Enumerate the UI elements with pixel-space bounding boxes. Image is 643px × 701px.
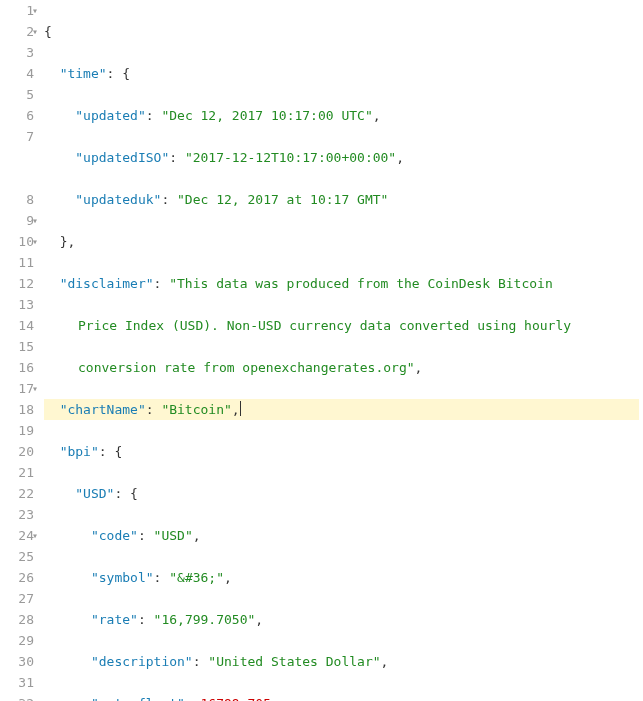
code-area[interactable]: { "time": { "updated": "Dec 12, 2017 10:… (40, 0, 643, 701)
gutter-line: 1▾ (0, 0, 34, 21)
gutter-line: 20 (0, 441, 34, 462)
code-line: "code": "USD", (44, 525, 639, 546)
line-number: 15 (14, 336, 34, 357)
line-number: 6 (14, 105, 34, 126)
line-number: 12 (14, 273, 34, 294)
gutter-line: 24▾ (0, 525, 34, 546)
gutter-line: 4 (0, 63, 34, 84)
line-number: 19 (14, 420, 34, 441)
gutter-line: 10▾ (0, 231, 34, 252)
line-number: 13 (14, 294, 34, 315)
line-number: 22 (14, 483, 34, 504)
code-line: { (44, 21, 639, 42)
gutter-line: 16 (0, 357, 34, 378)
fold-toggle-icon[interactable]: ▾ (32, 21, 38, 42)
code-line: "disclaimer": "This data was produced fr… (44, 273, 639, 294)
line-number: 30 (14, 651, 34, 672)
gutter-line (0, 168, 34, 189)
line-number: 18 (14, 399, 34, 420)
gutter-line: 19 (0, 420, 34, 441)
gutter-line: 23 (0, 504, 34, 525)
fold-toggle-icon[interactable]: ▾ (32, 231, 38, 252)
line-number: 4 (14, 63, 34, 84)
text-cursor (240, 401, 241, 416)
line-number: 26 (14, 567, 34, 588)
gutter-line: 15 (0, 336, 34, 357)
code-line-wrap: conversion rate from openexchangerates.o… (44, 357, 639, 378)
code-line: "updateduk": "Dec 12, 2017 at 10:17 GMT" (44, 189, 639, 210)
line-number-gutter: 1▾2▾3456789▾10▾11121314151617▾1819202122… (0, 0, 40, 701)
gutter-line: 3 (0, 42, 34, 63)
line-number: 16 (14, 357, 34, 378)
gutter-line: 2▾ (0, 21, 34, 42)
line-number: 7 (14, 126, 34, 147)
code-line: "time": { (44, 63, 639, 84)
gutter-line: 31 (0, 672, 34, 693)
line-number: 27 (14, 588, 34, 609)
line-number: 32 (14, 693, 34, 701)
gutter-line: 13 (0, 294, 34, 315)
gutter-line: 8 (0, 189, 34, 210)
gutter-line: 22 (0, 483, 34, 504)
line-number: 23 (14, 504, 34, 525)
code-line: "rate_float": 16799.705 (44, 693, 639, 701)
line-number: 21 (14, 462, 34, 483)
code-line: "rate": "16,799.7050", (44, 609, 639, 630)
line-number: 14 (14, 315, 34, 336)
fold-toggle-icon[interactable]: ▾ (32, 0, 38, 21)
gutter-line: 25 (0, 546, 34, 567)
code-line: "USD": { (44, 483, 639, 504)
gutter-line: 29 (0, 630, 34, 651)
line-number: 8 (14, 189, 34, 210)
code-line-active: "chartName": "Bitcoin", (44, 399, 639, 420)
line-number: 11 (14, 252, 34, 273)
gutter-line (0, 147, 34, 168)
gutter-line: 5 (0, 84, 34, 105)
gutter-line: 21 (0, 462, 34, 483)
code-line: "updatedISO": "2017-12-12T10:17:00+00:00… (44, 147, 639, 168)
gutter-line: 12 (0, 273, 34, 294)
gutter-line: 6 (0, 105, 34, 126)
line-number: 20 (14, 441, 34, 462)
fold-toggle-icon[interactable]: ▾ (32, 378, 38, 399)
line-number: 5 (14, 84, 34, 105)
code-line: "bpi": { (44, 441, 639, 462)
gutter-line: 26 (0, 567, 34, 588)
gutter-line: 11 (0, 252, 34, 273)
line-number: 29 (14, 630, 34, 651)
fold-toggle-icon[interactable]: ▾ (32, 525, 38, 546)
fold-toggle-icon[interactable]: ▾ (32, 210, 38, 231)
code-line-wrap: Price Index (USD). Non-USD currency data… (44, 315, 639, 336)
gutter-line: 30 (0, 651, 34, 672)
gutter-line: 7 (0, 126, 34, 147)
gutter-line: 18 (0, 399, 34, 420)
code-line: }, (44, 231, 639, 252)
line-number: 28 (14, 609, 34, 630)
gutter-line: 28 (0, 609, 34, 630)
line-number: 3 (14, 42, 34, 63)
gutter-line: 14 (0, 315, 34, 336)
line-number: 25 (14, 546, 34, 567)
gutter-line: 27 (0, 588, 34, 609)
gutter-line: 32 (0, 693, 34, 701)
gutter-line: 9▾ (0, 210, 34, 231)
code-line: "description": "United States Dollar", (44, 651, 639, 672)
line-number: 31 (14, 672, 34, 693)
code-line: "updated": "Dec 12, 2017 10:17:00 UTC", (44, 105, 639, 126)
gutter-line: 17▾ (0, 378, 34, 399)
code-line: "symbol": "&#36;", (44, 567, 639, 588)
json-editor: 1▾2▾3456789▾10▾11121314151617▾1819202122… (0, 0, 643, 701)
